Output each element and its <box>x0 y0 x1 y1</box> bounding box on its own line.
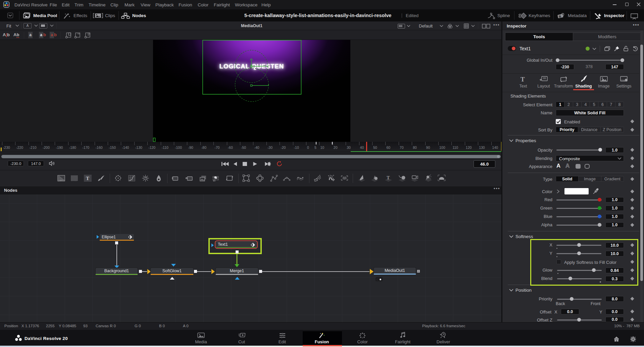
svg-text:T: T <box>86 176 89 181</box>
svg-text:T: T <box>387 175 390 180</box>
svg-text:T: T <box>521 76 525 82</box>
